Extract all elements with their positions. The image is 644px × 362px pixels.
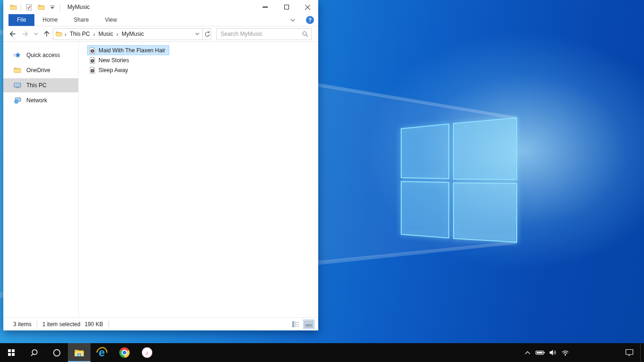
minimize-icon (263, 7, 268, 7)
speaker-icon (549, 349, 557, 356)
sidebar-item-label: Network (26, 97, 47, 104)
explorer-window-icon (8, 1, 18, 13)
search-box (216, 28, 312, 40)
search-input[interactable] (217, 31, 302, 37)
window-title: MyMusic (67, 4, 90, 10)
details-view-icon (292, 321, 299, 327)
file-item-sleep-away[interactable]: Sleep Away (87, 65, 132, 75)
sidebar-item-label: This PC (26, 82, 47, 89)
qat-customize-icon (50, 6, 55, 7)
up-button[interactable] (41, 27, 53, 41)
arrow-left-icon (9, 31, 16, 37)
breadcrumb-chevron-icon (92, 31, 97, 38)
file-item-new-stories[interactable]: New Stories (87, 55, 133, 65)
taskbar-search-button[interactable] (23, 343, 45, 362)
details-view-button[interactable] (290, 320, 301, 329)
separator (108, 321, 109, 328)
music-file-icon (89, 57, 96, 64)
sidebar-item-this-pc[interactable]: This PC (3, 78, 78, 92)
address-dropdown-button[interactable] (192, 29, 202, 40)
close-icon (305, 4, 311, 10)
cortana-ring-icon (53, 349, 61, 357)
tab-home[interactable]: Home (34, 14, 66, 26)
refresh-icon (204, 31, 210, 37)
chevron-down-icon (290, 19, 295, 22)
forward-button[interactable] (19, 27, 31, 41)
battery-icon (536, 350, 545, 355)
chevron-down-icon (195, 33, 199, 35)
file-name: Maid With The Flaxen Hair (99, 47, 165, 54)
show-desktop-button[interactable] (641, 343, 644, 362)
ribbon-expand-button[interactable] (287, 14, 298, 26)
thumbnail-view-icon (305, 321, 313, 328)
separator (37, 321, 37, 328)
volume-button[interactable] (547, 343, 559, 362)
breadcrumb-mymusic[interactable]: MyMusic (120, 31, 146, 37)
taskbar: e ♪ (0, 343, 644, 362)
window-body: Quick access OneDrive This PC Network Ma… (3, 42, 318, 317)
folder-icon (14, 66, 21, 74)
maximize-button[interactable] (276, 0, 297, 14)
recent-locations-button[interactable] (31, 27, 41, 41)
sidebar-item-label: OneDrive (26, 67, 50, 74)
wifi-button[interactable] (559, 343, 571, 362)
maximize-icon (284, 5, 289, 9)
monitor-icon (14, 82, 21, 89)
tab-file[interactable]: File (8, 14, 34, 26)
breadcrumb-music[interactable]: Music (97, 31, 115, 37)
status-selection: 1 item selected (42, 321, 81, 328)
thumbnail-view-button[interactable] (303, 320, 314, 329)
qat-customize-button[interactable] (48, 1, 57, 13)
separator (21, 4, 21, 11)
star-icon (14, 51, 21, 59)
back-button[interactable] (7, 27, 19, 41)
taskbar-itunes-button[interactable]: ♪ (136, 343, 158, 362)
address-bar[interactable]: This PC Music MyMusic (53, 28, 203, 40)
tab-view[interactable]: View (97, 14, 125, 26)
navigation-bar: This PC Music MyMusic (3, 26, 318, 42)
qat-properties-button[interactable] (24, 1, 33, 13)
sidebar-item-quick-access[interactable]: Quick access (3, 48, 78, 62)
separator (60, 4, 60, 11)
navigation-pane: Quick access OneDrive This PC Network (3, 42, 79, 317)
sidebar-item-onedrive[interactable]: OneDrive (3, 63, 78, 77)
status-bar: 3 items 1 item selected 190 KB (3, 317, 318, 330)
network-icon (14, 97, 21, 104)
taskbar-internet-explorer-button[interactable]: e (91, 343, 113, 362)
folder-icon (56, 31, 62, 37)
file-explorer-icon (74, 347, 85, 358)
file-name: New Stories (99, 57, 129, 64)
breadcrumb-this-pc[interactable]: This PC (68, 31, 92, 37)
music-file-icon (89, 47, 96, 54)
cortana-button[interactable] (45, 343, 68, 362)
taskbar-chrome-button[interactable] (113, 343, 136, 362)
itunes-icon: ♪ (142, 347, 152, 358)
sidebar-item-network[interactable]: Network (3, 93, 78, 107)
view-toggle-group (290, 320, 314, 329)
internet-explorer-icon: e (96, 346, 108, 359)
sidebar-item-label: Quick access (26, 52, 60, 58)
chevron-down-icon (50, 7, 54, 9)
close-button[interactable] (297, 0, 318, 14)
search-icon (30, 349, 38, 357)
wifi-icon (561, 349, 569, 356)
qat-new-folder-button[interactable] (36, 1, 46, 13)
minimize-button[interactable] (255, 0, 276, 14)
arrow-right-icon (22, 31, 28, 37)
hidden-icons-button[interactable] (521, 343, 534, 362)
chevron-down-icon (34, 33, 38, 35)
battery-status-button[interactable] (534, 343, 547, 362)
taskbar-file-explorer-button[interactable] (68, 343, 91, 362)
start-button[interactable] (0, 343, 23, 362)
tab-share[interactable]: Share (66, 14, 97, 26)
refresh-button[interactable] (203, 28, 211, 40)
windows-logo-wallpaper (400, 116, 518, 244)
action-center-button[interactable] (619, 343, 640, 362)
windows-logo-icon (8, 349, 15, 356)
breadcrumb-chevron-icon (63, 31, 68, 38)
file-item-maid-with-the-flaxen-hair[interactable]: Maid With The Flaxen Hair (87, 45, 169, 55)
help-button[interactable]: ? (306, 16, 314, 24)
file-explorer-window: MyMusic File Home Share View ? (3, 0, 318, 330)
window-controls (255, 0, 318, 14)
search-icon (302, 31, 308, 37)
